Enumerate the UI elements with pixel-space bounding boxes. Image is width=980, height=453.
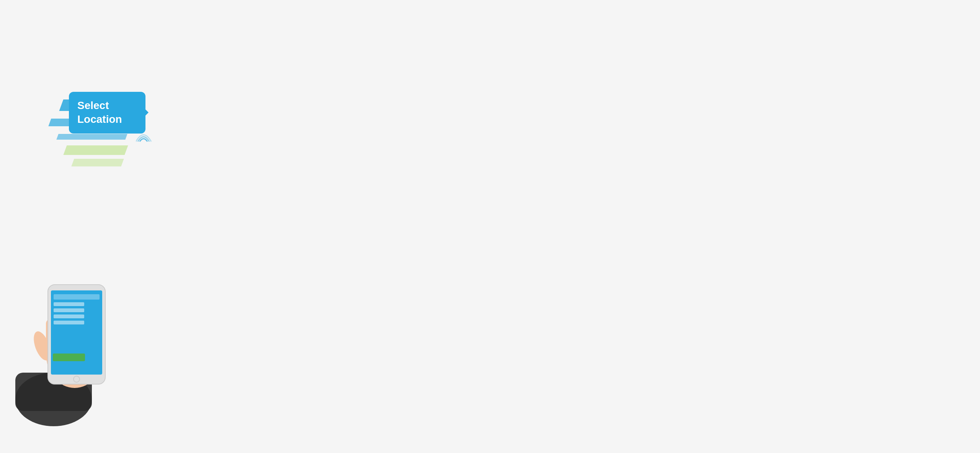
- svg-rect-10: [54, 294, 100, 300]
- decorative-shape-4: [63, 145, 128, 155]
- signal-waves-icon: [136, 130, 167, 153]
- svg-rect-14: [54, 321, 84, 324]
- svg-rect-13: [54, 314, 84, 318]
- svg-rect-11: [54, 302, 84, 306]
- svg-rect-15: [53, 354, 85, 361]
- decorative-shape-5: [71, 159, 124, 166]
- decorative-shape-3: [56, 134, 127, 140]
- left-illustration: Select Location: [0, 0, 161, 453]
- bubble-line1: Select: [77, 99, 109, 111]
- hand-phone-illustration: [8, 208, 142, 438]
- bubble-line2: Location: [77, 113, 122, 125]
- svg-rect-12: [54, 308, 84, 312]
- select-location-bubble: Select Location: [69, 92, 145, 134]
